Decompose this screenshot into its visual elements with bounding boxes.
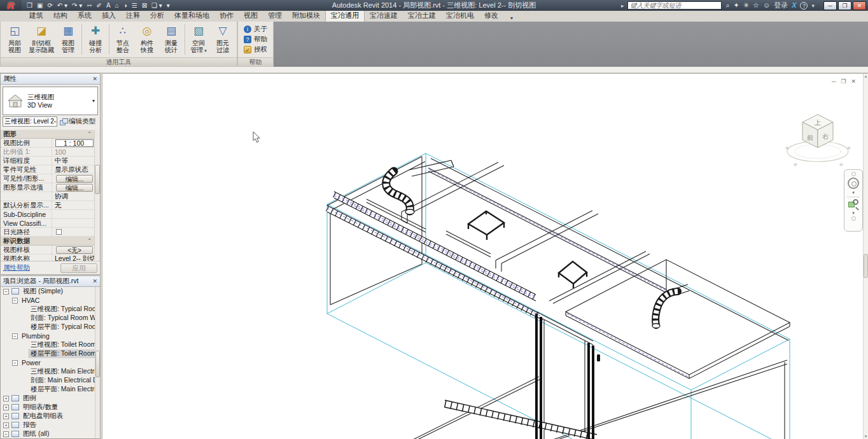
property-row-default-analysis[interactable]: 默认分析显示...无: [1, 201, 94, 210]
collapse-box-icon[interactable]: −: [12, 298, 18, 303]
tab-architecture[interactable]: 建筑: [24, 10, 48, 22]
tab-structure[interactable]: 结构: [48, 10, 73, 22]
type-selector[interactable]: 三维视图 3D View ▾: [3, 87, 98, 115]
property-row-discipline[interactable]: 协调: [1, 192, 94, 201]
properties-help-link[interactable]: 属性帮助: [3, 263, 30, 272]
sun-path-checkbox[interactable]: [56, 229, 62, 235]
expand-box-icon[interactable]: +: [3, 414, 9, 419]
tree-item-3d-toilet-room[interactable]: 三维视图: Toilet Room: [1, 340, 95, 349]
property-row-detail-level[interactable]: 详细程度中等: [1, 157, 94, 165]
navbar-dot-icon[interactable]: [851, 216, 856, 221]
tree-item-plumbing[interactable]: −Plumbing: [1, 331, 95, 340]
text-button[interactable]: A: [106, 0, 111, 11]
view-minimize-icon[interactable]: ─: [832, 78, 836, 85]
expand-box-icon[interactable]: +: [3, 405, 9, 410]
tab-modify[interactable]: 修改: [479, 10, 503, 22]
sign-in-label[interactable]: 登录: [774, 1, 788, 10]
expand-box-icon[interactable]: +: [3, 422, 9, 428]
tree-item-hvac[interactable]: −HVAC: [1, 296, 95, 305]
search-icon[interactable]: ⌕: [725, 0, 729, 11]
thin-lines-button[interactable]: ☰: [132, 0, 137, 11]
tab-baoye-civil[interactable]: 宝冶土建: [403, 10, 441, 22]
browser-header[interactable]: 项目浏览器 - 局部视图.rvt ✕: [1, 276, 100, 287]
collapse-box-icon[interactable]: −: [12, 333, 18, 339]
partial-view-button[interactable]: ◱ 局部 视图: [3, 23, 27, 56]
tag-button[interactable]: ✐: [97, 0, 102, 11]
sync-button[interactable]: ⟳: [47, 0, 52, 11]
scrollbar-thumb[interactable]: [95, 351, 100, 377]
measure-stats-button[interactable]: ▤ 测量 统计: [159, 23, 183, 56]
view-restore-icon[interactable]: ❐: [841, 78, 846, 85]
zoom-caret-icon[interactable]: ▾: [852, 211, 855, 215]
properties-close-icon[interactable]: ✕: [92, 76, 97, 82]
help-icon[interactable]: ?: [800, 2, 808, 10]
view-close-icon[interactable]: ✕: [851, 78, 856, 85]
close-inactive-views-button[interactable]: ⊠: [142, 0, 147, 11]
tab-manage[interactable]: 管理: [263, 10, 287, 22]
apply-button[interactable]: 应用: [60, 263, 97, 273]
properties-header[interactable]: 属性 ✕: [1, 74, 100, 85]
property-row-parts-visibility[interactable]: 零件可见性显示原状态: [1, 165, 94, 174]
tree-item-section-main-electrical[interactable]: 剖面: Main Electrical Dis: [1, 376, 95, 385]
user-icon[interactable]: ☺: [763, 0, 770, 11]
tree-item-legends[interactable]: +图例: [1, 394, 95, 403]
view-manage-button[interactable]: ▦ 视图 管理: [56, 23, 80, 56]
favorites-icon[interactable]: ☆: [753, 0, 759, 11]
instance-selector[interactable]: 三维视图: Level 2-- ▾: [3, 116, 57, 127]
property-row-view-scale[interactable]: 视图比例1 : 100: [1, 139, 94, 148]
section-graphics[interactable]: 图形⌃: [1, 130, 94, 139]
about-button[interactable]: i 关于: [244, 25, 267, 34]
compass-south-icon[interactable]: ✳: [793, 162, 798, 168]
edit-visibility-button[interactable]: 编辑...: [56, 175, 93, 183]
element-filter-button[interactable]: ▽ 图元 过滤: [211, 23, 235, 56]
edit-graphic-display-button[interactable]: 编辑...: [56, 184, 93, 192]
browser-scrollbar[interactable]: [95, 287, 100, 438]
tree-item-views-root[interactable]: −视图 (Simple): [1, 287, 95, 296]
tab-collaborate[interactable]: 协作: [214, 10, 239, 22]
undo-button[interactable]: ↶ ▾: [57, 0, 67, 11]
tree-item-reports[interactable]: +报告: [1, 421, 95, 429]
tree-item-power[interactable]: −Power: [1, 358, 95, 367]
tab-annotate[interactable]: 注释: [121, 10, 145, 22]
application-menu-button[interactable]: R: [0, 0, 22, 11]
property-row-visibility-graphics[interactable]: 可见性/图形...编辑...: [1, 174, 94, 183]
zoom-button[interactable]: [848, 199, 859, 209]
redo-button[interactable]: ↷ ▾: [72, 0, 82, 11]
aligned-dimension-button[interactable]: ⇿: [87, 0, 92, 11]
tree-item-plan-main-electrical[interactable]: 楼层平面: Main Electrica: [1, 385, 95, 394]
type-selector-caret-icon[interactable]: ▾: [92, 98, 97, 104]
drawing-area[interactable]: ─ ❐ ✕ ✳ ✳ ✳ ✳ 上 前 右 ▾: [102, 73, 868, 439]
help-button[interactable]: ? 帮助: [244, 35, 267, 45]
tree-item-3d-main-electrical[interactable]: 三维视图: Main Electrica: [1, 367, 95, 376]
expand-box-icon[interactable]: +: [3, 396, 9, 401]
tab-analyze[interactable]: 分析: [145, 10, 169, 22]
tree-item-plan-toilet-room[interactable]: 楼层平面: Toilet Room: [1, 349, 95, 358]
scrollbar-thumb[interactable]: [95, 165, 100, 194]
property-row-graphic-display[interactable]: 图形显示选项编辑...: [1, 183, 94, 192]
section-box-toggle-button[interactable]: ◪ 剖切框 显示隐藏: [27, 23, 56, 56]
view-template-button[interactable]: <无>: [56, 246, 93, 254]
navbar-dot-icon[interactable]: [851, 172, 856, 176]
infocenter-collapse-icon[interactable]: ▸: [621, 3, 624, 9]
property-row-view-classification[interactable]: View Classifi...: [1, 219, 94, 228]
default-3d-view-button[interactable]: ⌂: [115, 0, 119, 11]
tree-item-section-typical-room[interactable]: 剖面: Typical Room WSI: [1, 314, 95, 323]
collapse-icon[interactable]: ⌃: [87, 131, 92, 137]
properties-scrollbar[interactable]: [94, 130, 100, 260]
save-button[interactable]: ▣: [37, 0, 43, 11]
ribbon-display-toggle-icon[interactable]: ▾: [507, 15, 516, 22]
clash-analysis-button[interactable]: ✚ 碰撞 分析: [83, 23, 108, 56]
canvas-scrollbar[interactable]: ▲ ▼: [863, 74, 868, 439]
browser-close-icon[interactable]: ✕: [92, 278, 97, 284]
viewcube[interactable]: ✳ ✳ ✳ ✳ 上 前 右: [784, 111, 853, 177]
tree-item-sheets[interactable]: −图纸 (all): [1, 429, 95, 438]
collapse-box-icon[interactable]: −: [3, 289, 9, 295]
restore-button[interactable]: ❐: [838, 1, 851, 10]
license-button[interactable]: ✓ 授权: [244, 45, 267, 55]
scrollbar-thumb[interactable]: [864, 254, 868, 278]
switch-windows-button[interactable]: ❏ ▾: [151, 0, 162, 11]
tab-massing-site[interactable]: 体量和场地: [169, 10, 214, 22]
tab-addins[interactable]: 附加模块: [287, 10, 325, 22]
space-manage-button[interactable]: ▧ 空间 管理▾: [186, 23, 211, 56]
steering-wheel-button[interactable]: [848, 178, 859, 189]
